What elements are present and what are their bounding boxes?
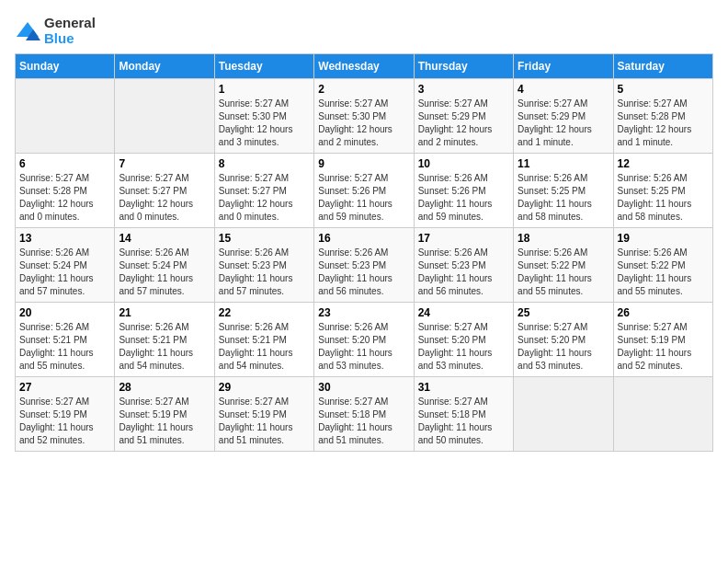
day-cell: 9Sunrise: 5:27 AM Sunset: 5:26 PM Daylig… xyxy=(314,154,414,228)
week-row-3: 13Sunrise: 5:26 AM Sunset: 5:24 PM Dayli… xyxy=(16,228,713,303)
day-number: 28 xyxy=(119,381,210,394)
day-info: Sunrise: 5:26 AM Sunset: 5:25 PM Dayligh… xyxy=(618,172,709,224)
day-info: Sunrise: 5:27 AM Sunset: 5:19 PM Dayligh… xyxy=(219,396,310,447)
calendar-table: SundayMondayTuesdayWednesdayThursdayFrid… xyxy=(15,53,713,452)
day-cell: 1Sunrise: 5:27 AM Sunset: 5:30 PM Daylig… xyxy=(214,79,313,154)
day-info: Sunrise: 5:26 AM Sunset: 5:26 PM Dayligh… xyxy=(418,172,509,224)
logo: General Blue xyxy=(15,15,96,46)
day-number: 11 xyxy=(518,157,609,170)
day-info: Sunrise: 5:27 AM Sunset: 5:19 PM Dayligh… xyxy=(19,396,110,447)
day-info: Sunrise: 5:27 AM Sunset: 5:20 PM Dayligh… xyxy=(518,321,609,373)
day-info: Sunrise: 5:27 AM Sunset: 5:30 PM Dayligh… xyxy=(219,98,310,149)
header: General Blue xyxy=(15,15,713,46)
day-cell: 18Sunrise: 5:26 AM Sunset: 5:22 PM Dayli… xyxy=(514,228,613,303)
day-info: Sunrise: 5:27 AM Sunset: 5:26 PM Dayligh… xyxy=(318,172,409,224)
day-info: Sunrise: 5:27 AM Sunset: 5:27 PM Dayligh… xyxy=(119,172,210,224)
calendar-container: General Blue SundayMondayTuesdayWednesda… xyxy=(0,0,728,461)
day-cell: 14Sunrise: 5:26 AM Sunset: 5:24 PM Dayli… xyxy=(115,228,214,303)
day-info: Sunrise: 5:26 AM Sunset: 5:21 PM Dayligh… xyxy=(119,321,210,373)
day-cell xyxy=(613,377,712,452)
day-info: Sunrise: 5:26 AM Sunset: 5:23 PM Dayligh… xyxy=(418,247,509,298)
day-cell: 23Sunrise: 5:26 AM Sunset: 5:20 PM Dayli… xyxy=(314,303,414,377)
day-number: 3 xyxy=(418,83,509,96)
day-info: Sunrise: 5:26 AM Sunset: 5:21 PM Dayligh… xyxy=(19,321,110,373)
day-cell: 3Sunrise: 5:27 AM Sunset: 5:29 PM Daylig… xyxy=(414,79,513,154)
day-number: 24 xyxy=(418,306,509,319)
day-info: Sunrise: 5:26 AM Sunset: 5:23 PM Dayligh… xyxy=(318,247,409,298)
header-cell-wednesday: Wednesday xyxy=(314,54,414,79)
day-number: 21 xyxy=(119,306,210,319)
day-cell xyxy=(16,79,115,154)
day-cell: 17Sunrise: 5:26 AM Sunset: 5:23 PM Dayli… xyxy=(414,228,513,303)
week-row-1: 1Sunrise: 5:27 AM Sunset: 5:30 PM Daylig… xyxy=(16,79,713,154)
day-info: Sunrise: 5:26 AM Sunset: 5:24 PM Dayligh… xyxy=(19,247,110,298)
day-number: 4 xyxy=(518,83,609,96)
day-cell: 24Sunrise: 5:27 AM Sunset: 5:20 PM Dayli… xyxy=(414,303,513,377)
day-number: 18 xyxy=(518,232,609,245)
day-cell: 5Sunrise: 5:27 AM Sunset: 5:28 PM Daylig… xyxy=(613,79,712,154)
day-cell: 19Sunrise: 5:26 AM Sunset: 5:22 PM Dayli… xyxy=(613,228,712,303)
day-cell: 13Sunrise: 5:26 AM Sunset: 5:24 PM Dayli… xyxy=(16,228,115,303)
day-number: 6 xyxy=(19,157,110,170)
day-cell: 31Sunrise: 5:27 AM Sunset: 5:18 PM Dayli… xyxy=(414,377,513,452)
day-info: Sunrise: 5:27 AM Sunset: 5:28 PM Dayligh… xyxy=(19,172,110,224)
header-row: SundayMondayTuesdayWednesdayThursdayFrid… xyxy=(16,54,713,79)
day-cell: 30Sunrise: 5:27 AM Sunset: 5:18 PM Dayli… xyxy=(314,377,414,452)
day-number: 27 xyxy=(19,381,110,394)
day-cell: 8Sunrise: 5:27 AM Sunset: 5:27 PM Daylig… xyxy=(214,154,313,228)
day-cell: 10Sunrise: 5:26 AM Sunset: 5:26 PM Dayli… xyxy=(414,154,513,228)
day-number: 17 xyxy=(418,232,509,245)
day-info: Sunrise: 5:26 AM Sunset: 5:22 PM Dayligh… xyxy=(618,247,709,298)
day-number: 29 xyxy=(219,381,310,394)
day-cell: 21Sunrise: 5:26 AM Sunset: 5:21 PM Dayli… xyxy=(115,303,214,377)
day-info: Sunrise: 5:26 AM Sunset: 5:25 PM Dayligh… xyxy=(518,172,609,224)
header-cell-saturday: Saturday xyxy=(613,54,712,79)
day-cell: 16Sunrise: 5:26 AM Sunset: 5:23 PM Dayli… xyxy=(314,228,414,303)
day-info: Sunrise: 5:27 AM Sunset: 5:19 PM Dayligh… xyxy=(119,396,210,447)
day-number: 25 xyxy=(518,306,609,319)
day-number: 26 xyxy=(618,306,709,319)
day-info: Sunrise: 5:27 AM Sunset: 5:30 PM Dayligh… xyxy=(318,98,409,149)
day-cell: 27Sunrise: 5:27 AM Sunset: 5:19 PM Dayli… xyxy=(16,377,115,452)
header-cell-friday: Friday xyxy=(514,54,613,79)
day-info: Sunrise: 5:27 AM Sunset: 5:29 PM Dayligh… xyxy=(418,98,509,149)
day-number: 12 xyxy=(618,157,709,170)
day-number: 15 xyxy=(219,232,310,245)
logo-icon xyxy=(15,20,40,40)
day-number: 20 xyxy=(19,306,110,319)
day-info: Sunrise: 5:26 AM Sunset: 5:21 PM Dayligh… xyxy=(219,321,310,373)
header-cell-sunday: Sunday xyxy=(16,54,115,79)
week-row-4: 20Sunrise: 5:26 AM Sunset: 5:21 PM Dayli… xyxy=(16,303,713,377)
day-cell: 2Sunrise: 5:27 AM Sunset: 5:30 PM Daylig… xyxy=(314,79,414,154)
day-info: Sunrise: 5:27 AM Sunset: 5:19 PM Dayligh… xyxy=(618,321,709,373)
day-number: 31 xyxy=(418,381,509,394)
day-cell: 25Sunrise: 5:27 AM Sunset: 5:20 PM Dayli… xyxy=(514,303,613,377)
day-cell: 7Sunrise: 5:27 AM Sunset: 5:27 PM Daylig… xyxy=(115,154,214,228)
day-info: Sunrise: 5:27 AM Sunset: 5:18 PM Dayligh… xyxy=(418,396,509,447)
day-cell xyxy=(115,79,214,154)
day-cell: 29Sunrise: 5:27 AM Sunset: 5:19 PM Dayli… xyxy=(214,377,313,452)
day-number: 14 xyxy=(119,232,210,245)
day-number: 22 xyxy=(219,306,310,319)
day-number: 10 xyxy=(418,157,509,170)
day-cell: 4Sunrise: 5:27 AM Sunset: 5:29 PM Daylig… xyxy=(514,79,613,154)
day-info: Sunrise: 5:27 AM Sunset: 5:28 PM Dayligh… xyxy=(618,98,709,149)
day-info: Sunrise: 5:26 AM Sunset: 5:22 PM Dayligh… xyxy=(518,247,609,298)
header-cell-monday: Monday xyxy=(115,54,214,79)
day-number: 5 xyxy=(618,83,709,96)
day-number: 16 xyxy=(318,232,409,245)
week-row-5: 27Sunrise: 5:27 AM Sunset: 5:19 PM Dayli… xyxy=(16,377,713,452)
day-cell: 6Sunrise: 5:27 AM Sunset: 5:28 PM Daylig… xyxy=(16,154,115,228)
day-number: 1 xyxy=(219,83,310,96)
day-number: 9 xyxy=(318,157,409,170)
header-cell-tuesday: Tuesday xyxy=(214,54,313,79)
day-info: Sunrise: 5:27 AM Sunset: 5:29 PM Dayligh… xyxy=(518,98,609,149)
day-number: 19 xyxy=(618,232,709,245)
day-cell: 26Sunrise: 5:27 AM Sunset: 5:19 PM Dayli… xyxy=(613,303,712,377)
day-info: Sunrise: 5:26 AM Sunset: 5:20 PM Dayligh… xyxy=(318,321,409,373)
day-cell: 28Sunrise: 5:27 AM Sunset: 5:19 PM Dayli… xyxy=(115,377,214,452)
day-info: Sunrise: 5:26 AM Sunset: 5:23 PM Dayligh… xyxy=(219,247,310,298)
day-number: 8 xyxy=(219,157,310,170)
day-number: 13 xyxy=(19,232,110,245)
day-info: Sunrise: 5:27 AM Sunset: 5:27 PM Dayligh… xyxy=(219,172,310,224)
